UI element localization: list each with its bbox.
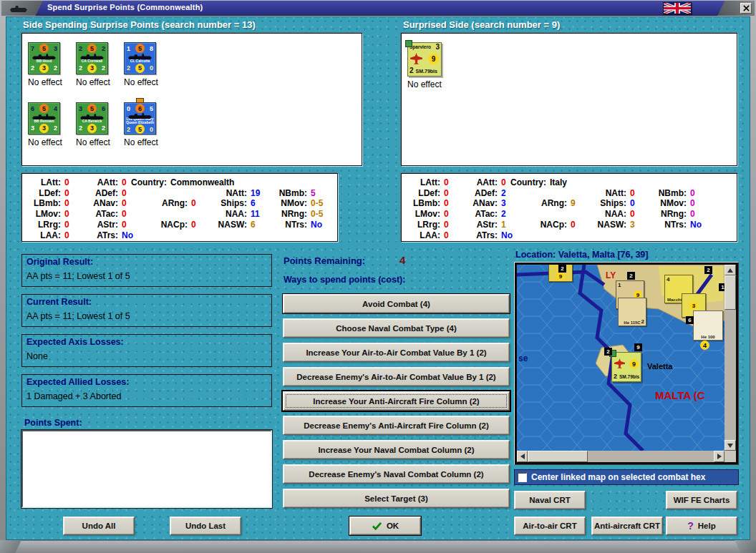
result-panel-original-result: Original Result:AA pts = 11; Lowest 1 of… (21, 254, 272, 287)
unit-effect-label: No effect (28, 77, 76, 87)
button-air-to-air-crt[interactable]: Air-to-air CRT (514, 517, 586, 535)
unit-cell: 753BB Hood232No effect (28, 42, 76, 102)
stack-size-badge: 1 (719, 283, 724, 291)
spend-option-avoid-combat-4[interactable]: Avoid Combat (4) (283, 294, 510, 313)
spend-option-choose-naval-combat-type-4[interactable]: Choose Naval Combat Type (4) (283, 318, 510, 338)
map-horizontal-scrollbar[interactable] (517, 451, 724, 462)
unit-name: BB Renown (29, 119, 59, 123)
spend-option-decrease-enemy-s-anti-aircraft-fire-column-2[interactable]: Decrease Enemy's Anti-Aircraft Fire Colu… (283, 416, 510, 435)
window-title: Spend Surprise Points (Commonwealth) (47, 3, 203, 11)
app-icon (10, 6, 27, 12)
unit-name: CA Cornwall (77, 59, 107, 63)
stack-marker (136, 98, 144, 103)
stat-nacp: NACp:0 (534, 220, 576, 230)
scroll-up-button[interactable] (724, 265, 736, 275)
map-counter-he-100: He 100 (693, 310, 723, 341)
stack-size-badge: 6 (686, 316, 694, 324)
ship-silhouette (128, 113, 152, 119)
unit-counter-lin-queen-mary-queen-elizabeth[interactable]: 065LIN Queen Mary Queen Elizabeth250 (124, 102, 156, 134)
stat-natt: NAtt:0 (593, 188, 635, 198)
stat-atrs: ATrs:No (85, 230, 133, 240)
spender-stats-panel: LAtt:0AAtt:0Country:CommonwealthLDef:0AD… (21, 173, 338, 242)
stat-latt: LAtt:0 (407, 177, 449, 187)
result-title: Original Result: (26, 257, 267, 267)
stat-lrrg: LRrg:0 (407, 220, 449, 230)
button-help[interactable]: ?Help (666, 517, 737, 535)
scroll-left-button[interactable] (517, 451, 528, 462)
stat-ntrs: NTrs:No (654, 220, 702, 230)
unit-counter-sm-79bis[interactable]: Sparviero392SM.79bis (407, 42, 442, 77)
arrow-left-icon (520, 454, 525, 459)
horizontal-scroll-thumb[interactable] (528, 451, 588, 462)
button-anti-aircraft-crt[interactable]: Anti-aircraft CRT (591, 517, 663, 535)
stat-arng: ARng:0 (155, 198, 196, 208)
scroll-down-button[interactable] (724, 440, 736, 451)
stat-aatt: AAtt:0 (85, 177, 127, 187)
button-label: Help (698, 522, 716, 530)
ok-button[interactable]: OK (349, 517, 421, 535)
points-remaining-label: Points Remaining: (284, 255, 365, 266)
stat-nasw: NASW:3 (593, 220, 635, 230)
scroll-right-button[interactable] (714, 451, 724, 462)
unit-counter-cl-calcutta[interactable]: 158CL Calcutta250 (124, 42, 156, 74)
center-map-option: Center linked map on selected combat hex (514, 469, 739, 485)
stat-ldef: LDef:0 (28, 188, 69, 198)
stack-marker (405, 40, 412, 47)
button-wif-fe-charts[interactable]: WIF FE Charts (666, 491, 737, 509)
stack-size-badge: 2 (704, 266, 712, 274)
result-value: None (26, 351, 267, 361)
spend-option-increase-your-anti-aircraft-fire-column-2[interactable]: Increase Your Anti-Aircraft Fire Column … (283, 391, 510, 411)
button-label: Air-to-air CRT (523, 522, 576, 530)
stat-atrs: ATrs:No (465, 230, 513, 240)
unit-cell: 158CL Calcutta250No effect (124, 42, 172, 102)
spend-option-select-target-3[interactable]: Select Target (3) (283, 489, 510, 508)
unit-counter-ca-cornwall[interactable]: 252CA Cornwall232 (76, 42, 108, 74)
stat-anav: ANav:0 (85, 198, 127, 208)
undo-last-button[interactable]: Undo Last (170, 517, 241, 535)
stack-size-badge: 2 (604, 348, 612, 356)
center-map-checkbox[interactable] (518, 473, 527, 482)
unit-name: BB Hood (29, 59, 59, 63)
map-items: 9192He 115C42Macchi 2003He 10092SM.79bis… (517, 265, 724, 451)
result-panel-expected-axis-losses: Expected Axis Losses:None (21, 334, 272, 367)
close-button[interactable] (740, 3, 752, 14)
unit-effect-label: No effect (76, 77, 124, 87)
stat-astr: AStr:0 (85, 220, 127, 230)
map-vertical-scrollbar[interactable] (724, 265, 736, 451)
unit-effect-label: No effect (28, 137, 76, 147)
spend-option-decrease-enemy-s-naval-combat-column-2[interactable]: Decrease Enemy's Naval Combat Column (2) (283, 464, 510, 484)
stat-country: Country:Italy (510, 177, 567, 187)
close-icon (743, 5, 750, 11)
unit-counter-bb-hood[interactable]: 753BB Hood232 (28, 42, 60, 74)
map-viewport[interactable]: 9192He 115C42Macchi 2003He 10092SM.79bis… (517, 265, 724, 451)
button-naval-crt[interactable]: Naval CRT (514, 491, 586, 509)
stat-ships: Ships:0 (593, 198, 635, 208)
map-label-valetta: Valetta (647, 362, 672, 371)
map-label-malta-c: MALTA (C (655, 389, 705, 401)
aircraft-silhouette (614, 358, 625, 369)
vertical-scroll-thumb[interactable] (724, 275, 736, 310)
stat-ships: Ships:6 (214, 198, 256, 208)
points-spent-listbox[interactable] (21, 430, 272, 508)
spend-option-decrease-enemy-s-air-to-air-combat-value-by-1-2[interactable]: Decrease Enemy's Air-to-Air Combat Value… (283, 367, 510, 386)
result-title: Expected Axis Losses: (26, 337, 267, 347)
arrow-down-icon (727, 444, 733, 448)
undo-all-button[interactable]: Undo All (63, 517, 135, 535)
spend-option-increase-your-air-to-air-combat-value-by-1-2[interactable]: Increase Your Air-to-Air Combat Value By… (283, 343, 510, 362)
unit-counter-sm-79bis: 92SM.79bis (611, 352, 641, 382)
stat-nasw: NASW:6 (214, 220, 256, 230)
unit-counter-ca-berwick[interactable]: 356CA Berwick232 (76, 102, 108, 134)
map-widget: 9192He 115C42Macchi 2003He 10092SM.79bis… (517, 265, 736, 462)
stat-ldef: LDef:0 (407, 188, 449, 198)
unit-cell: 065LIN Queen Mary Queen Elizabeth250No e… (124, 102, 172, 162)
stat-naa: NAA:0 (593, 209, 635, 219)
ok-label: OK (387, 522, 399, 530)
stat-latt: LAtt:0 (28, 177, 69, 187)
map-frame: 9192He 115C42Macchi 2003He 10092SM.79bis… (514, 262, 739, 465)
window-bottom-frame (0, 540, 756, 553)
stat-lbmb: LBmb:0 (28, 198, 69, 208)
result-panel-expected-allied-losses: Expected Allied Losses:1 Damaged + 3 Abo… (21, 374, 272, 407)
unit-counter-bb-renown[interactable]: 654BB Renown332 (28, 102, 60, 134)
spend-option-increase-your-naval-combat-column-2[interactable]: Increase Your Naval Combat Column (2) (283, 440, 510, 459)
unit-effect-label: No effect (407, 79, 455, 89)
